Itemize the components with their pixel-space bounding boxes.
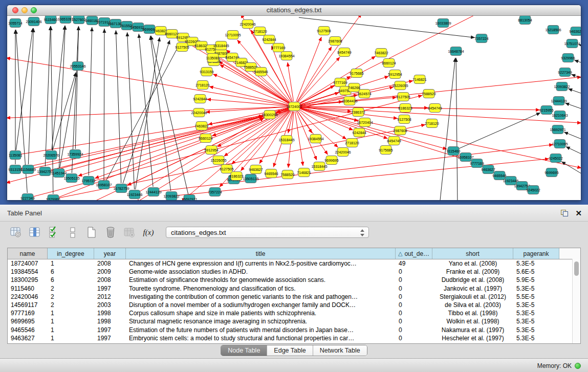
network-node[interactable]: 2718120 xyxy=(345,139,359,147)
network-node[interactable]: 2987608 xyxy=(393,126,407,135)
network-node[interactable]: 7386372 xyxy=(351,108,365,117)
network-node[interactable]: 8454749 xyxy=(387,137,401,145)
citation-network-graph[interactable]: 3055714230914069115460106532871527602646… xyxy=(7,16,581,200)
network-node[interactable]: 8186323 xyxy=(398,104,412,113)
network-node[interactable]: 9329966 xyxy=(561,54,575,62)
network-node[interactable]: 9242844 xyxy=(262,35,276,44)
network-node[interactable]: 9329966 xyxy=(46,195,60,201)
network-node[interactable]: 7357224 xyxy=(474,34,488,43)
network-node[interactable]: 9242844 xyxy=(352,128,366,137)
network-node[interactable]: 8454749 xyxy=(337,48,351,57)
citation-edge-red[interactable] xyxy=(207,99,289,106)
citation-edge-black[interactable] xyxy=(574,60,581,63)
network-node[interactable]: 7357224 xyxy=(208,188,222,196)
citation-edge-black[interactable] xyxy=(53,72,76,150)
network-node[interactable]: 9777169 xyxy=(271,43,285,52)
network-node[interactable]: 10653287 xyxy=(57,16,73,24)
network-node[interactable]: 746266 xyxy=(348,83,360,92)
network-node[interactable]: 15692971 xyxy=(550,125,565,134)
network-node[interactable]: 15318445 xyxy=(278,136,294,144)
network-node[interactable]: 20206576 xyxy=(43,151,59,160)
network-node[interactable]: 11923446 xyxy=(127,190,143,199)
network-node[interactable]: 8660124 xyxy=(382,59,396,68)
table-selector-dropdown[interactable]: citations_edges.txt xyxy=(166,227,369,238)
network-node[interactable]: 2718120 xyxy=(195,81,209,90)
network-node[interactable]: 9463627 xyxy=(481,165,495,174)
network-node[interactable]: 2987608 xyxy=(328,37,342,46)
network-node[interactable]: 7463822 xyxy=(374,49,388,57)
network-node[interactable]: 8813054 xyxy=(518,16,532,25)
table-row[interactable]: 1938455462009Genome-wide association stu… xyxy=(8,268,580,276)
network-node[interactable]: 9127508 xyxy=(397,115,411,124)
network-node[interactable]: 8186323 xyxy=(229,172,243,181)
network-node[interactable]: 8660124 xyxy=(199,134,212,143)
network-node[interactable]: 9313159 xyxy=(200,68,213,76)
column-header-title[interactable]: title xyxy=(126,248,396,259)
network-node[interactable]: 7146821 xyxy=(297,168,311,177)
network-node[interactable]: 22420046 xyxy=(335,148,351,157)
network-node[interactable]: 23091406 xyxy=(26,17,41,26)
network-node[interactable]: 19384554 xyxy=(278,52,294,60)
network-node[interactable]: 12093822 xyxy=(554,82,570,91)
citation-edge-black[interactable] xyxy=(116,30,121,183)
network-node[interactable]: 9463627 xyxy=(249,165,263,174)
column-header-year[interactable]: year xyxy=(94,248,126,259)
new-document-icon[interactable] xyxy=(85,226,98,239)
network-node[interactable]: 13505135 xyxy=(63,174,79,183)
citation-edge-black[interactable] xyxy=(151,36,188,194)
network-node[interactable]: 16720404 xyxy=(357,118,373,127)
close-panel-icon[interactable]: ✕ xyxy=(575,209,582,217)
citation-edge-black[interactable] xyxy=(127,32,135,189)
citation-edge-red[interactable] xyxy=(64,116,264,171)
network-node[interactable]: 5912954 xyxy=(388,70,402,79)
network-node[interactable]: 9463627 xyxy=(569,27,581,36)
network-node[interactable]: 22420046 xyxy=(191,108,207,117)
tab-network-table[interactable]: Network Table xyxy=(313,345,367,356)
citation-edge-black[interactable] xyxy=(16,28,33,150)
network-node[interactable]: 3055714 xyxy=(8,19,22,28)
column-header-pagerank[interactable]: pagerank xyxy=(513,248,559,259)
network-node[interactable]: 19384554 xyxy=(308,135,323,143)
network-node[interactable]: 9699695 xyxy=(324,156,338,165)
network-node[interactable]: 12710095 xyxy=(552,140,568,148)
network-node[interactable]: 11156889 xyxy=(20,165,36,174)
citation-edge-black[interactable] xyxy=(566,147,581,155)
table-row[interactable]: 1456911722003Disruption of a novel membe… xyxy=(8,301,580,309)
network-node[interactable]: 8454749 xyxy=(428,104,442,113)
network-node[interactable]: 18300295 xyxy=(262,111,277,119)
network-node[interactable]: 17359924 xyxy=(67,150,83,159)
network-node[interactable]: 15226055 xyxy=(210,156,226,165)
network-node[interactable]: 18724007 xyxy=(286,102,302,111)
select-all-icon[interactable] xyxy=(47,226,60,239)
column-header-in_degree[interactable]: in_degree xyxy=(48,248,94,259)
network-node[interactable]: 9245022 xyxy=(526,186,540,194)
network-node[interactable]: 1135081 xyxy=(206,54,220,62)
citation-edge-black[interactable] xyxy=(150,36,171,191)
citation-edge-black[interactable] xyxy=(561,162,581,175)
network-node[interactable]: 12444139 xyxy=(551,97,567,105)
network-node[interactable]: 9127505 xyxy=(175,43,189,52)
network-node[interactable]: 15226055 xyxy=(392,81,408,90)
network-node[interactable]: 9777169 xyxy=(333,78,347,87)
citation-edge-red[interactable] xyxy=(295,112,303,166)
citation-edge-black[interactable] xyxy=(568,89,581,94)
network-node[interactable]: 9465546 xyxy=(254,68,268,76)
network-node[interactable]: 15751074 xyxy=(564,39,580,48)
network-node[interactable]: 15218506 xyxy=(545,26,561,34)
network-node[interactable]: 3624574 xyxy=(357,90,371,98)
citation-edge-red[interactable] xyxy=(299,108,353,130)
network-window-titlebar[interactable]: citations_edges.txt xyxy=(7,5,581,16)
network-node[interactable]: 9777169 xyxy=(470,159,484,168)
network-node[interactable]: 23364436 xyxy=(341,97,357,105)
table-row[interactable]: 946554611997Estimation of the future num… xyxy=(8,326,580,334)
scrollbar-thumb[interactable] xyxy=(574,261,579,276)
network-node[interactable]: 16210643 xyxy=(552,111,568,120)
float-panel-icon[interactable] xyxy=(561,210,568,216)
network-node[interactable]: 16958107 xyxy=(96,181,112,189)
table-scrollbar[interactable] xyxy=(572,259,580,343)
function-builder-icon[interactable]: f(x) xyxy=(142,226,155,239)
network-window[interactable]: citations_edges.txt 30557142309140691154… xyxy=(7,5,581,201)
network-node[interactable]: 22420046 xyxy=(239,20,255,29)
network-node[interactable]: 9465546 xyxy=(264,169,278,178)
network-node[interactable]: 2718120 xyxy=(253,27,267,36)
